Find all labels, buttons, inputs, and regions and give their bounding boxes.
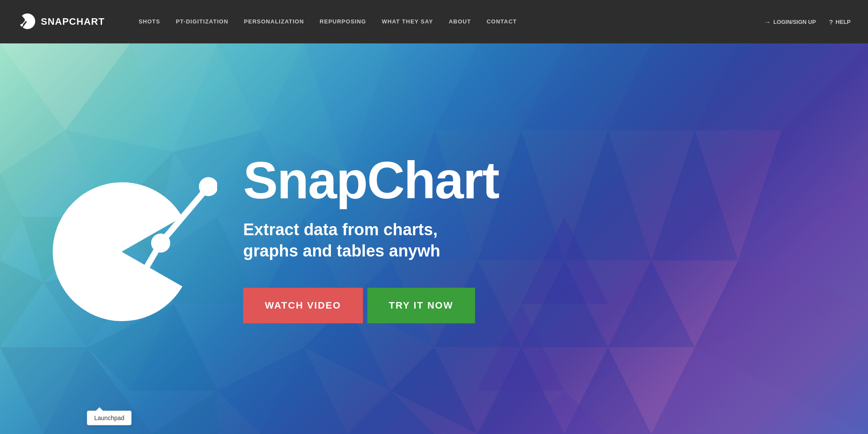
nav-item-what-they-say[interactable]: WHAT THEY SAY <box>374 18 441 26</box>
login-label: LOGIN/SIGN UP <box>773 19 816 25</box>
hero-text-area: SnapChart Extract data from charts,graph… <box>217 154 833 324</box>
brand-name-text: SNAPCHART <box>41 16 105 27</box>
try-it-now-button[interactable]: TRY IT NOW <box>367 288 475 323</box>
nav-right: → LOGIN/SIGN UP ? HELP <box>764 18 851 26</box>
hero-section: SnapChart Extract data from charts,graph… <box>0 43 868 434</box>
brand-logo-link[interactable]: SNAPCHART <box>17 12 105 31</box>
nav-item-contact[interactable]: CONTACT <box>479 18 525 26</box>
hero-buttons: WATCH VIDEO TRY IT NOW <box>243 288 833 323</box>
snapchart-logo-icon <box>17 12 36 31</box>
login-signup-link[interactable]: → LOGIN/SIGN UP <box>764 18 816 26</box>
nav-item-repurposing[interactable]: REPURPOSING <box>312 18 374 26</box>
hero-icon-area <box>35 148 217 330</box>
nav-item-about[interactable]: ABOUT <box>441 18 479 26</box>
tooltip-box: Launchpad <box>87 411 132 425</box>
hero-snapchart-icon <box>35 148 217 330</box>
launchpad-tooltip: Launchpad <box>87 411 132 425</box>
svg-point-68 <box>121 286 140 305</box>
hero-content: SnapChart Extract data from charts,graph… <box>0 148 868 330</box>
watch-video-button[interactable]: WATCH VIDEO <box>243 288 363 323</box>
nav-links: SHOTS PT-DIGITIZATION PERSONALIZATION RE… <box>131 18 764 26</box>
help-label: HELP <box>835 19 851 25</box>
nav-item-personalization[interactable]: PERSONALIZATION <box>236 18 312 26</box>
help-link[interactable]: ? HELP <box>829 18 851 26</box>
svg-point-69 <box>151 233 170 253</box>
svg-point-70 <box>199 177 217 196</box>
tooltip-text: Launchpad <box>94 414 124 421</box>
login-icon: → <box>764 18 771 26</box>
nav-item-pt-digitization[interactable]: PT-DIGITIZATION <box>168 18 236 26</box>
hero-title: SnapChart <box>243 154 833 206</box>
navbar: SNAPCHART SHOTS PT-DIGITIZATION PERSONAL… <box>0 0 868 43</box>
help-icon: ? <box>829 18 833 26</box>
svg-marker-27 <box>152 391 217 434</box>
hero-subtitle: Extract data from charts,graphs and tabl… <box>243 219 833 262</box>
nav-item-shots[interactable]: SHOTS <box>131 18 168 26</box>
